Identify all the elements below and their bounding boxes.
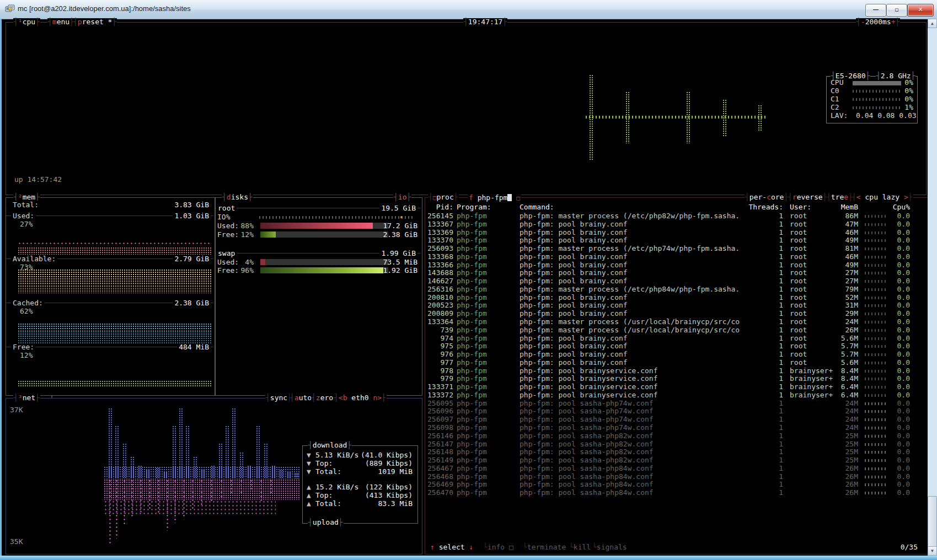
proc-filter-input[interactable]: f php-fpm □ — [468, 193, 521, 202]
process-row[interactable]: 256095php-fpmphp-fpm: pool sasha-php74w.… — [0, 399, 937, 407]
process-row[interactable]: 146627php-fpmphp-fpm: pool brainy.conf1r… — [0, 277, 937, 285]
process-row[interactable]: 133364php-fpmphp-fpm: master process (/u… — [0, 317, 937, 326]
terminate-button[interactable]: terminate — [522, 543, 567, 551]
sort-prev-arrow[interactable]: < — [856, 193, 861, 201]
process-command: php-fpm: pool sasha-php74w.conf — [520, 423, 654, 432]
process-row[interactable]: 133366php-fpmphp-fpm: pool brainy.conf1r… — [0, 261, 937, 269]
net-scale-bottom: 35K — [10, 537, 23, 546]
process-row[interactable]: 974php-fpmphp-fpm: pool brainy.conf1root… — [0, 334, 937, 342]
process-row[interactable]: 256468php-fpmphp-fpm: pool sasha-php84w.… — [0, 472, 937, 481]
process-row[interactable]: 256467php-fpmphp-fpm: pool sasha-php84w.… — [0, 464, 937, 472]
process-threads: 1 — [779, 383, 783, 391]
process-threads: 1 — [779, 220, 783, 228]
process-row[interactable]: 256147php-fpmphp-fpm: pool sasha-php82w.… — [0, 440, 937, 448]
select-control[interactable]: ↑ select ↓ — [429, 543, 474, 551]
col-header-pid[interactable]: Pid: — [436, 203, 453, 211]
process-cpu-minigraph — [865, 386, 887, 389]
process-row[interactable]: 256098php-fpmphp-fpm: pool sasha-php74w.… — [0, 423, 937, 432]
info-button[interactable]: info □ — [482, 543, 515, 551]
process-threads: 1 — [779, 212, 783, 220]
process-command: php-fpm: pool sasha-php84w.conf — [520, 480, 654, 488]
signals-button[interactable]: signals — [591, 543, 628, 551]
reverse-toggle[interactable]: reverse — [788, 193, 827, 201]
tree-toggle[interactable]: tree — [826, 193, 853, 201]
process-row[interactable]: 256097php-fpmphp-fpm: pool sasha-php74w.… — [0, 415, 937, 423]
process-row[interactable]: 133368php-fpmphp-fpm: pool brainy.conf1r… — [0, 252, 937, 261]
rate-increase-button[interactable]: + — [891, 18, 896, 26]
col-header-threads[interactable]: Threads: — [748, 203, 783, 211]
scrollbar-thumb[interactable] — [928, 496, 937, 554]
process-row[interactable]: 739php-fpmphp-fpm: master process (/usr/… — [0, 326, 937, 334]
process-pid: 976 — [441, 350, 453, 358]
process-row[interactable]: 200523php-fpmphp-fpm: pool brainy.conf1r… — [0, 301, 937, 309]
process-program: php-fpm — [457, 367, 487, 375]
col-header-command[interactable]: Command: — [520, 203, 554, 211]
process-row[interactable]: 979php-fpmphp-fpm: pool brainyservice.co… — [0, 374, 937, 383]
process-memory: 25M — [845, 440, 858, 448]
sort-column-selector[interactable]: < cpu lazy > — [852, 193, 913, 201]
process-row[interactable]: 133372php-fpmphp-fpm: pool brainyservice… — [0, 391, 937, 399]
col-header-cpu[interactable]: Cpu% — [893, 203, 910, 211]
process-cpu-minigraph — [865, 297, 887, 299]
window-titlebar[interactable]: mc [root@a202.itdeveloper.com.ua]:/home/… — [0, 0, 937, 19]
process-row[interactable]: 978php-fpmphp-fpm: pool brainyservice.co… — [0, 367, 937, 375]
process-row[interactable]: 133370php-fpmphp-fpm: pool brainy.conf1r… — [0, 236, 937, 244]
process-threads: 1 — [779, 480, 783, 488]
process-user: brainyser+ — [790, 383, 833, 391]
process-row[interactable]: 143688php-fpmphp-fpm: pool brainy.conf1r… — [0, 268, 937, 277]
process-threads: 1 — [779, 301, 783, 309]
process-row[interactable]: 256316php-fpmphp-fpm: master process (/e… — [0, 285, 937, 293]
process-command: php-fpm: pool sasha-php82w.conf — [520, 440, 654, 448]
per-core-toggle[interactable]: per-core — [745, 193, 789, 201]
disk-root-label: root — [216, 204, 237, 212]
col-header-user[interactable]: User: — [790, 203, 811, 211]
menu-button[interactable]: menu — [47, 18, 74, 26]
close-button[interactable]: ✕ — [907, 4, 934, 17]
process-row[interactable]: 975php-fpmphp-fpm: pool brainy.conf1root… — [0, 342, 937, 350]
process-threads: 1 — [779, 464, 783, 472]
rate-decrease-button[interactable]: - — [861, 18, 865, 26]
refresh-rate-control[interactable]: -2000ms+ — [856, 18, 900, 26]
process-row[interactable]: 977php-fpmphp-fpm: pool brainy.conf1root… — [0, 358, 937, 367]
minimize-button[interactable]: — — [865, 4, 886, 17]
process-row[interactable]: 256148php-fpmphp-fpm: pool sasha-php82w.… — [0, 448, 937, 456]
process-cpu-minigraph — [865, 459, 887, 462]
process-row[interactable]: 976php-fpmphp-fpm: pool brainy.conf1root… — [0, 350, 937, 358]
preset-button[interactable]: preset * — [73, 18, 117, 26]
terminal-scrollbar[interactable]: ▲ ▼ — [928, 19, 937, 556]
process-row[interactable]: 256470php-fpmphp-fpm: pool sasha-php84w.… — [0, 488, 937, 497]
process-pid: 133364 — [427, 317, 453, 326]
process-memory: 52M — [845, 293, 858, 301]
process-row[interactable]: 133369php-fpmphp-fpm: pool brainy.conf1r… — [0, 228, 937, 236]
io-mode-button[interactable]: io — [393, 193, 411, 201]
scroll-up-button[interactable]: ▲ — [928, 19, 937, 28]
process-memory: 5.7M — [841, 350, 858, 358]
process-user: brainyser+ — [790, 374, 833, 383]
process-row[interactable]: 200809php-fpmphp-fpm: pool brainy.conf1r… — [0, 309, 937, 317]
process-pid: 739 — [441, 326, 453, 334]
process-row[interactable]: 256145php-fpmphp-fpm: master process (/e… — [0, 212, 937, 220]
process-row[interactable]: 256093php-fpmphp-fpm: master process (/e… — [0, 244, 937, 252]
process-pid: 200523 — [427, 301, 453, 309]
process-command: php-fpm: pool sasha-php82w.conf — [520, 448, 654, 456]
process-cpu-minigraph — [865, 467, 887, 470]
process-row[interactable]: 256469php-fpmphp-fpm: pool sasha-php84w.… — [0, 480, 937, 488]
sort-next-arrow[interactable]: > — [904, 193, 908, 201]
process-row[interactable]: 256146php-fpmphp-fpm: pool sasha-php82w.… — [0, 432, 937, 440]
process-memory: 86M — [845, 212, 858, 220]
kill-button[interactable]: kill — [568, 543, 592, 551]
process-row[interactable]: 256096php-fpmphp-fpm: pool sasha-php74w.… — [0, 407, 937, 415]
process-row[interactable]: 133371php-fpmphp-fpm: pool brainyservice… — [0, 383, 937, 391]
scroll-down-button[interactable]: ▼ — [928, 546, 937, 556]
process-command: php-fpm: pool brainyservice.conf — [520, 383, 657, 391]
process-program: php-fpm — [457, 374, 487, 383]
process-row[interactable]: 200810php-fpmphp-fpm: pool brainy.conf1r… — [0, 293, 937, 301]
mem-panel-title: ²mem — [13, 193, 40, 201]
col-header-memb[interactable]: MemB — [841, 203, 858, 211]
maximize-button[interactable]: ▫ — [886, 4, 907, 17]
process-memory: 26M — [845, 488, 858, 497]
process-row[interactable]: 256149php-fpmphp-fpm: pool sasha-php82w.… — [0, 456, 937, 464]
process-cpu-percent: 0.0 — [897, 252, 910, 261]
col-header-program[interactable]: Program: — [457, 203, 491, 211]
process-row[interactable]: 133367php-fpmphp-fpm: pool brainy.conf1r… — [0, 220, 937, 228]
